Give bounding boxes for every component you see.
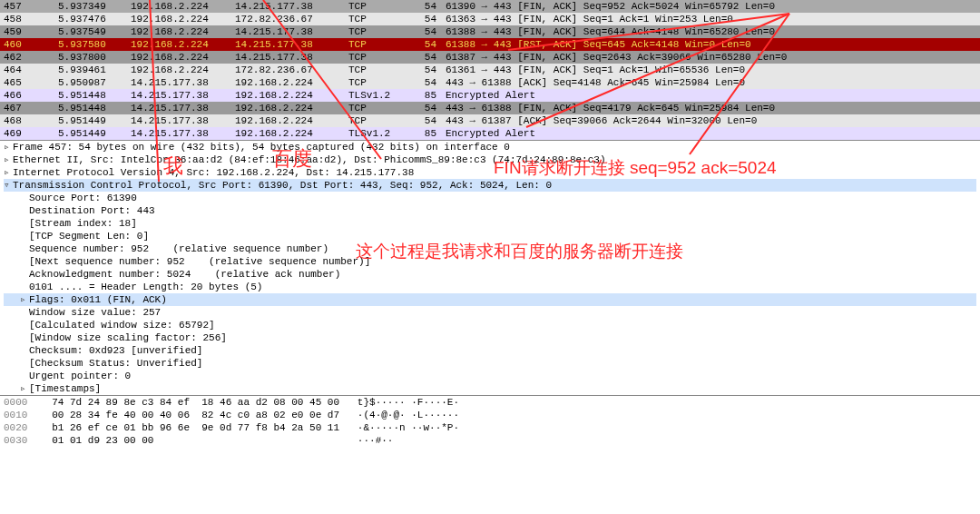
detail-calcwin: [Calculated window size: 65792] bbox=[4, 319, 976, 331]
hex-line: 0020 b1 26 ef ce 01 bb 96 6e 9e 0d 77 f8… bbox=[4, 421, 976, 434]
cell-no: 467 bbox=[0, 102, 54, 114]
cell-dst: 172.82.236.67 bbox=[231, 64, 345, 76]
detail-cksumst: [Checksum Status: Unverified] bbox=[4, 357, 976, 370]
cell-no: 457 bbox=[0, 0, 54, 13]
cell-time: 5.937476 bbox=[54, 13, 127, 25]
cell-dst: 192.168.2.224 bbox=[231, 89, 345, 102]
cell-len: 54 bbox=[417, 51, 440, 64]
cell-info: 61387 → 443 [FIN, ACK] Seq=2643 Ack=3906… bbox=[440, 51, 980, 64]
cell-proto: TCP bbox=[345, 102, 417, 114]
cell-no: 464 bbox=[0, 64, 54, 76]
cell-time: 5.939461 bbox=[54, 64, 127, 76]
cell-src: 14.215.177.38 bbox=[127, 76, 231, 89]
cell-info: Encrypted Alert bbox=[440, 89, 980, 102]
detail-urgptr: Urgent pointer: 0 bbox=[4, 370, 976, 382]
cell-len: 54 bbox=[417, 13, 440, 25]
cell-src: 192.168.2.224 bbox=[127, 51, 231, 64]
packet-row[interactable]: 4575.937349192.168.2.22414.215.177.38TCP… bbox=[0, 0, 980, 13]
cell-no: 460 bbox=[0, 38, 54, 51]
cell-no: 469 bbox=[0, 127, 54, 140]
detail-seglen: [TCP Segment Len: 0] bbox=[4, 230, 976, 242]
detail-tcp[interactable]: ▿Transmission Control Protocol, Src Port… bbox=[4, 179, 976, 192]
cell-no: 466 bbox=[0, 89, 54, 102]
detail-ip[interactable]: ▹Internet Protocol Version 4, Src: 192.1… bbox=[4, 166, 976, 179]
cell-len: 54 bbox=[417, 0, 440, 13]
packet-row[interactable]: 4595.937549192.168.2.22414.215.177.38TCP… bbox=[0, 25, 980, 38]
hex-line: 0030 01 01 d9 23 00 00 ···#·· bbox=[4, 434, 976, 447]
cell-dst: 192.168.2.224 bbox=[231, 114, 345, 127]
cell-info: 61388 → 443 [RST, ACK] Seq=645 Ack=4148 … bbox=[440, 38, 980, 51]
hex-dump-pane[interactable]: 0000 74 7d 24 89 8e c3 84 ef 18 46 aa d2… bbox=[0, 395, 980, 447]
packet-row[interactable]: 4655.95098714.215.177.38192.168.2.224TCP… bbox=[0, 76, 980, 89]
cell-src: 14.215.177.38 bbox=[127, 127, 231, 140]
cell-proto: TLSv1.2 bbox=[345, 89, 417, 102]
detail-ethernet[interactable]: ▹Ethernet II, Src: IntelCor_36:aa:d2 (84… bbox=[4, 153, 976, 166]
cell-dst: 14.215.177.38 bbox=[231, 0, 345, 13]
hex-line: 0000 74 7d 24 89 8e c3 84 ef 18 46 aa d2… bbox=[4, 396, 976, 409]
cell-proto: TCP bbox=[345, 38, 417, 51]
cell-time: 5.951448 bbox=[54, 89, 127, 102]
cell-proto: TCP bbox=[345, 51, 417, 64]
cell-proto: TCP bbox=[345, 64, 417, 76]
detail-acknum: Acknowledgment number: 5024 (relative ac… bbox=[4, 268, 976, 281]
detail-hdrlen: 0101 .... = Header Length: 20 bytes (5) bbox=[4, 281, 976, 293]
packet-row[interactable]: 4645.939461192.168.2.224172.82.236.67TCP… bbox=[0, 64, 980, 76]
cell-info: 443 → 61388 [FIN, ACK] Seq=4179 Ack=645 … bbox=[440, 102, 980, 114]
packet-row[interactable]: 4665.95144814.215.177.38192.168.2.224TLS… bbox=[0, 89, 980, 102]
detail-winscl: [Window size scaling factor: 256] bbox=[4, 331, 976, 344]
cell-dst: 14.215.177.38 bbox=[231, 25, 345, 38]
cell-src: 14.215.177.38 bbox=[127, 102, 231, 114]
detail-nextseq: [Next sequence number: 952 (relative seq… bbox=[4, 255, 976, 268]
cell-proto: TCP bbox=[345, 25, 417, 38]
cell-len: 54 bbox=[417, 102, 440, 114]
cell-dst: 192.168.2.224 bbox=[231, 76, 345, 89]
cell-info: 61388 → 443 [FIN, ACK] Seq=644 Ack=4148 … bbox=[440, 25, 980, 38]
cell-info: 443 → 61387 [ACK] Seq=39066 Ack=2644 Win… bbox=[440, 114, 980, 127]
cell-proto: TCP bbox=[345, 0, 417, 13]
packet-row[interactable]: 4695.95144914.215.177.38192.168.2.224TLS… bbox=[0, 127, 980, 140]
cell-src: 14.215.177.38 bbox=[127, 89, 231, 102]
cell-info: 61361 → 443 [FIN, ACK] Seq=1 Ack=1 Win=6… bbox=[440, 64, 980, 76]
cell-no: 462 bbox=[0, 51, 54, 64]
packet-list[interactable]: 4575.937349192.168.2.22414.215.177.38TCP… bbox=[0, 0, 980, 140]
detail-flags[interactable]: ▹Flags: 0x011 (FIN, ACK) bbox=[4, 293, 976, 306]
detail-winval: Window size value: 257 bbox=[4, 306, 976, 319]
cell-len: 85 bbox=[417, 89, 440, 102]
cell-time: 5.937800 bbox=[54, 51, 127, 64]
detail-timestamps[interactable]: ▹[Timestamps] bbox=[4, 382, 976, 395]
cell-info: 443 → 61388 [ACK] Seq=4148 Ack=645 Win=2… bbox=[440, 76, 980, 89]
cell-no: 468 bbox=[0, 114, 54, 127]
cell-time: 5.937549 bbox=[54, 25, 127, 38]
packet-row[interactable]: 4685.95144914.215.177.38192.168.2.224TCP… bbox=[0, 114, 980, 127]
detail-seqnum: Sequence number: 952 (relative sequence … bbox=[4, 242, 976, 255]
packet-row[interactable]: 4675.95144814.215.177.38192.168.2.224TCP… bbox=[0, 102, 980, 114]
detail-dstport: Destination Port: 443 bbox=[4, 204, 976, 217]
cell-dst: 192.168.2.224 bbox=[231, 127, 345, 140]
packet-row[interactable]: 4585.937476192.168.2.224172.82.236.67TCP… bbox=[0, 13, 980, 25]
cell-len: 54 bbox=[417, 25, 440, 38]
cell-len: 85 bbox=[417, 127, 440, 140]
hex-line: 0010 00 28 34 fe 40 00 40 06 82 4c c0 a8… bbox=[4, 409, 976, 421]
packet-details-pane[interactable]: ▹Frame 457: 54 bytes on wire (432 bits),… bbox=[0, 140, 980, 395]
cell-len: 54 bbox=[417, 114, 440, 127]
cell-info: 61363 → 443 [FIN, ACK] Seq=1 Ack=1 Win=2… bbox=[440, 13, 980, 25]
packet-row[interactable]: 4625.937800192.168.2.22414.215.177.38TCP… bbox=[0, 51, 980, 64]
cell-proto: TCP bbox=[345, 13, 417, 25]
cell-src: 192.168.2.224 bbox=[127, 13, 231, 25]
cell-src: 192.168.2.224 bbox=[127, 0, 231, 13]
cell-proto: TLSv1.2 bbox=[345, 127, 417, 140]
cell-proto: TCP bbox=[345, 76, 417, 89]
packet-row[interactable]: 4605.937580192.168.2.22414.215.177.38TCP… bbox=[0, 38, 980, 51]
cell-proto: TCP bbox=[345, 114, 417, 127]
cell-no: 465 bbox=[0, 76, 54, 89]
cell-src: 192.168.2.224 bbox=[127, 64, 231, 76]
cell-time: 5.951449 bbox=[54, 127, 127, 140]
cell-time: 5.950987 bbox=[54, 76, 127, 89]
detail-stream: [Stream index: 18] bbox=[4, 217, 976, 230]
cell-src: 192.168.2.224 bbox=[127, 25, 231, 38]
cell-dst: 192.168.2.224 bbox=[231, 102, 345, 114]
cell-src: 14.215.177.38 bbox=[127, 114, 231, 127]
cell-time: 5.937580 bbox=[54, 38, 127, 51]
detail-frame[interactable]: ▹Frame 457: 54 bytes on wire (432 bits),… bbox=[4, 141, 976, 153]
cell-dst: 172.82.236.67 bbox=[231, 13, 345, 25]
